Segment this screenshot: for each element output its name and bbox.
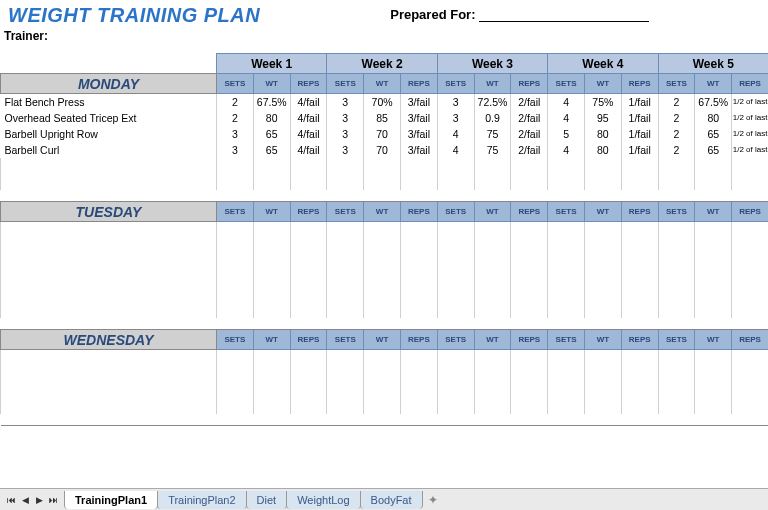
sets-cell[interactable]: 2 xyxy=(658,126,695,142)
reps-cell[interactable]: 1/2 of last xyxy=(732,142,768,158)
subheader-reps: REPS xyxy=(511,330,548,350)
reps-cell[interactable]: 1/2 of last xyxy=(732,94,768,110)
sets-cell[interactable]: 4 xyxy=(548,94,585,110)
sheet-tab-trainingplan1[interactable]: TrainingPlan1 xyxy=(64,491,158,509)
wt-cell[interactable]: 80 xyxy=(584,142,621,158)
nav-first-icon[interactable]: ⏮ xyxy=(4,495,18,505)
subheader-reps: REPS xyxy=(732,74,768,94)
empty-row xyxy=(1,254,769,270)
reps-cell[interactable]: 1/2 of last xyxy=(732,126,768,142)
sets-cell[interactable]: 4 xyxy=(548,110,585,126)
nav-prev-icon[interactable]: ◀ xyxy=(18,495,32,505)
subheader-reps: REPS xyxy=(400,202,437,222)
subheader-sets: SETS xyxy=(217,330,254,350)
nav-next-icon[interactable]: ▶ xyxy=(32,495,46,505)
wt-cell[interactable]: 72.5% xyxy=(474,94,511,110)
add-sheet-icon[interactable]: ✦ xyxy=(428,493,438,507)
sets-cell[interactable]: 4 xyxy=(437,126,474,142)
subheader-reps: REPS xyxy=(290,330,327,350)
sets-cell[interactable]: 3 xyxy=(217,126,254,142)
wt-cell[interactable]: 67.5% xyxy=(253,94,290,110)
reps-cell[interactable]: 4/fail xyxy=(290,126,327,142)
section-gap xyxy=(1,414,769,426)
exercise-name[interactable]: Overhead Seated Tricep Ext xyxy=(1,110,217,126)
reps-cell[interactable]: 2/fail xyxy=(511,110,548,126)
sets-cell[interactable]: 3 xyxy=(327,126,364,142)
week-header-4: Week 4 xyxy=(548,54,658,74)
wt-cell[interactable]: 65 xyxy=(695,142,732,158)
wt-cell[interactable]: 65 xyxy=(695,126,732,142)
sheet-tab-trainingplan2[interactable]: TrainingPlan2 xyxy=(157,491,246,509)
reps-cell[interactable]: 4/fail xyxy=(290,142,327,158)
wt-cell[interactable]: 75% xyxy=(584,94,621,110)
subheader-sets: SETS xyxy=(548,330,585,350)
reps-cell[interactable]: 2/fail xyxy=(511,126,548,142)
wt-cell[interactable]: 80 xyxy=(253,110,290,126)
wt-cell[interactable]: 0.9 xyxy=(474,110,511,126)
reps-cell[interactable]: 1/fail xyxy=(621,126,658,142)
reps-cell[interactable]: 1/fail xyxy=(621,94,658,110)
sets-cell[interactable]: 3 xyxy=(437,110,474,126)
sheet-tab-bar: ⏮ ◀ ▶ ⏭ TrainingPlan1TrainingPlan2DietWe… xyxy=(0,488,768,510)
wt-cell[interactable]: 70% xyxy=(364,94,401,110)
wt-cell[interactable]: 85 xyxy=(364,110,401,126)
sets-cell[interactable]: 2 xyxy=(658,142,695,158)
reps-cell[interactable]: 3/fail xyxy=(400,110,437,126)
exercise-name[interactable]: Barbell Curl xyxy=(1,142,217,158)
tab-nav-controls[interactable]: ⏮ ◀ ▶ ⏭ xyxy=(0,495,64,505)
subheader-reps: REPS xyxy=(621,202,658,222)
reps-cell[interactable]: 1/fail xyxy=(621,110,658,126)
prepared-for-label: Prepared For: xyxy=(390,7,649,22)
wt-cell[interactable]: 65 xyxy=(253,126,290,142)
subheader-reps: REPS xyxy=(511,74,548,94)
sets-cell[interactable]: 3 xyxy=(217,142,254,158)
empty-row xyxy=(1,366,769,382)
wt-cell[interactable]: 70 xyxy=(364,126,401,142)
nav-last-icon[interactable]: ⏭ xyxy=(46,495,60,505)
prepared-for-field[interactable] xyxy=(479,8,649,22)
reps-cell[interactable]: 3/fail xyxy=(400,94,437,110)
reps-cell[interactable]: 4/fail xyxy=(290,110,327,126)
exercise-name[interactable]: Flat Bench Press xyxy=(1,94,217,110)
sets-cell[interactable]: 3 xyxy=(327,142,364,158)
subheader-wt: WT xyxy=(474,202,511,222)
reps-cell[interactable]: 3/fail xyxy=(400,142,437,158)
subheader-wt: WT xyxy=(253,330,290,350)
exercise-name[interactable]: Barbell Upright Row xyxy=(1,126,217,142)
reps-cell[interactable]: 3/fail xyxy=(400,126,437,142)
subheader-sets: SETS xyxy=(217,74,254,94)
wt-cell[interactable]: 75 xyxy=(474,126,511,142)
sets-cell[interactable]: 2 xyxy=(658,110,695,126)
exercise-row: Barbell Curl3654/fail3703/fail4752/fail4… xyxy=(1,142,769,158)
reps-cell[interactable]: 2/fail xyxy=(511,94,548,110)
wt-cell[interactable]: 67.5% xyxy=(695,94,732,110)
sets-cell[interactable]: 3 xyxy=(437,94,474,110)
sets-cell[interactable]: 3 xyxy=(327,94,364,110)
subheader-reps: REPS xyxy=(621,330,658,350)
subheader-sets: SETS xyxy=(437,74,474,94)
sheet-tab-weightlog[interactable]: WeightLog xyxy=(286,491,360,509)
reps-cell[interactable]: 2/fail xyxy=(511,142,548,158)
reps-cell[interactable]: 4/fail xyxy=(290,94,327,110)
subheader-reps: REPS xyxy=(621,74,658,94)
sets-cell[interactable]: 4 xyxy=(437,142,474,158)
wt-cell[interactable]: 95 xyxy=(584,110,621,126)
reps-cell[interactable]: 1/fail xyxy=(621,142,658,158)
reps-cell[interactable]: 1/2 of last xyxy=(732,110,768,126)
wt-cell[interactable]: 75 xyxy=(474,142,511,158)
sets-cell[interactable]: 2 xyxy=(217,110,254,126)
sheet-tab-bodyfat[interactable]: BodyFat xyxy=(360,491,423,509)
subheader-sets: SETS xyxy=(327,202,364,222)
wt-cell[interactable]: 80 xyxy=(695,110,732,126)
wt-cell[interactable]: 80 xyxy=(584,126,621,142)
wt-cell[interactable]: 65 xyxy=(253,142,290,158)
subheader-wt: WT xyxy=(364,202,401,222)
section-gap xyxy=(1,318,769,330)
sets-cell[interactable]: 2 xyxy=(217,94,254,110)
sets-cell[interactable]: 2 xyxy=(658,94,695,110)
wt-cell[interactable]: 70 xyxy=(364,142,401,158)
sets-cell[interactable]: 3 xyxy=(327,110,364,126)
sets-cell[interactable]: 5 xyxy=(548,126,585,142)
sets-cell[interactable]: 4 xyxy=(548,142,585,158)
sheet-tab-diet[interactable]: Diet xyxy=(246,491,288,509)
